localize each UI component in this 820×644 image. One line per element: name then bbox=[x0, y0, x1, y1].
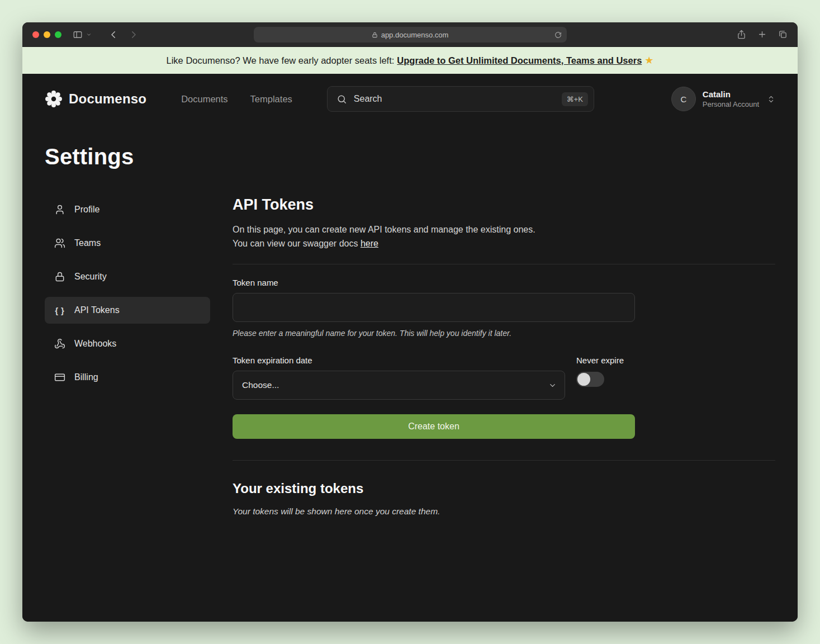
zoom-window-button[interactable] bbox=[55, 31, 61, 38]
token-name-hint: Please enter a meaningful name for your … bbox=[233, 329, 635, 338]
swagger-docs-link[interactable]: here bbox=[361, 239, 378, 248]
brand-name: Documenso bbox=[69, 91, 146, 107]
address-bar[interactable]: app.documenso.com bbox=[254, 27, 567, 42]
settings-layout: Profile Teams Security { } API Token bbox=[45, 196, 775, 517]
tabs-icon bbox=[778, 30, 788, 39]
tab-overview-button[interactable] bbox=[778, 30, 788, 39]
main-nav: Documents Templates bbox=[181, 94, 292, 105]
sidebar-icon bbox=[73, 30, 83, 40]
never-expire-toggle[interactable] bbox=[576, 372, 604, 387]
app-header: Documenso Documents Templates Search ⌘+K… bbox=[22, 74, 798, 112]
existing-tokens-heading: Your existing tokens bbox=[233, 481, 775, 496]
create-token-form: Token name Please enter a meaningful nam… bbox=[233, 278, 635, 439]
sidebar-item-security[interactable]: Security bbox=[45, 263, 210, 290]
sidebar-item-api-tokens[interactable]: { } API Tokens bbox=[45, 297, 210, 324]
browser-window: app.documenso.com Like Documenso? We hav… bbox=[22, 22, 798, 622]
share-icon bbox=[737, 30, 746, 39]
sidebar-item-webhooks[interactable]: Webhooks bbox=[45, 330, 210, 357]
token-name-input[interactable] bbox=[233, 293, 635, 322]
section-heading: API Tokens bbox=[233, 196, 775, 214]
toolbar-right-group bbox=[737, 30, 788, 39]
ssl-lock-icon bbox=[372, 32, 378, 38]
url-text: app.documenso.com bbox=[381, 31, 449, 39]
documenso-logo-icon bbox=[45, 90, 63, 108]
chevron-down-icon bbox=[548, 381, 557, 390]
never-expire-label: Never expire bbox=[576, 356, 635, 365]
reload-icon bbox=[554, 31, 562, 39]
search-placeholder: Search bbox=[354, 94, 562, 104]
minimize-window-button[interactable] bbox=[44, 31, 50, 38]
traffic-lights bbox=[32, 31, 61, 38]
chevron-down-icon bbox=[86, 32, 92, 37]
expiration-field: Token expiration date Choose... bbox=[233, 352, 565, 400]
star-icon: ★ bbox=[644, 54, 653, 67]
sidebar-item-label: Profile bbox=[74, 205, 99, 215]
sidebar-item-billing[interactable]: Billing bbox=[45, 364, 210, 391]
nav-documents[interactable]: Documents bbox=[181, 94, 227, 105]
credit-card-icon bbox=[54, 372, 66, 383]
back-button[interactable] bbox=[108, 30, 119, 40]
sidebar-item-label: Webhooks bbox=[74, 339, 116, 349]
users-icon bbox=[54, 238, 66, 249]
expiration-select-value: Choose... bbox=[242, 380, 279, 390]
expiration-row: Token expiration date Choose... Never ex… bbox=[233, 352, 635, 400]
account-labels: Catalin Personal Account bbox=[703, 89, 759, 109]
create-token-button[interactable]: Create token bbox=[233, 414, 635, 439]
existing-tokens-empty-note: Your tokens will be shown here once you … bbox=[233, 506, 775, 517]
webhook-icon bbox=[54, 338, 66, 349]
forward-arrow-icon bbox=[129, 30, 139, 40]
search-icon bbox=[336, 94, 347, 105]
nav-templates[interactable]: Templates bbox=[250, 94, 292, 105]
never-expire-field: Never expire bbox=[576, 352, 635, 400]
braces-icon: { } bbox=[54, 306, 66, 315]
sidebar-item-label: API Tokens bbox=[74, 305, 120, 315]
page-title: Settings bbox=[45, 144, 775, 169]
search-input[interactable]: Search ⌘+K bbox=[327, 86, 594, 112]
brand-logo[interactable]: Documenso bbox=[45, 90, 146, 108]
lock-icon bbox=[54, 271, 66, 282]
avatar: C bbox=[671, 87, 696, 111]
section-description-line1: On this page, you can create new API tok… bbox=[233, 222, 775, 236]
sidebar-item-profile[interactable]: Profile bbox=[45, 196, 210, 223]
promo-banner: Like Documenso? We have few early adopte… bbox=[22, 47, 798, 74]
section-description-line2: You can view our swagger docs here bbox=[233, 236, 775, 250]
toggle-knob bbox=[577, 373, 590, 386]
api-tokens-panel: API Tokens On this page, you can create … bbox=[233, 196, 775, 517]
divider bbox=[233, 460, 775, 461]
search-shortcut-badge: ⌘+K bbox=[562, 92, 588, 106]
user-icon bbox=[54, 204, 66, 215]
close-window-button[interactable] bbox=[32, 31, 39, 38]
reload-button[interactable] bbox=[554, 31, 562, 39]
upgrade-link[interactable]: Upgrade to Get Unlimited Documents, Team… bbox=[397, 55, 642, 66]
browser-toolbar: app.documenso.com bbox=[22, 22, 798, 47]
token-name-label: Token name bbox=[233, 278, 635, 287]
sidebar-menu-chevron[interactable] bbox=[86, 32, 92, 37]
account-menu[interactable]: C Catalin Personal Account bbox=[671, 87, 775, 111]
back-arrow-icon bbox=[108, 30, 119, 40]
sidebar-item-teams[interactable]: Teams bbox=[45, 230, 210, 257]
sidebar-item-label: Billing bbox=[74, 372, 98, 382]
divider bbox=[233, 264, 775, 264]
account-type: Personal Account bbox=[703, 100, 759, 109]
app-root: Documenso Documents Templates Search ⌘+K… bbox=[22, 74, 798, 622]
new-tab-button[interactable] bbox=[757, 30, 767, 39]
account-name: Catalin bbox=[703, 89, 759, 100]
sidebar-item-label: Teams bbox=[74, 238, 101, 248]
sidebar-toggle-button[interactable] bbox=[73, 30, 83, 40]
expiration-label: Token expiration date bbox=[233, 356, 565, 365]
chevrons-up-down-icon bbox=[767, 95, 775, 103]
expiration-select[interactable]: Choose... bbox=[233, 371, 565, 400]
share-button[interactable] bbox=[737, 30, 746, 39]
plus-icon bbox=[757, 30, 767, 39]
sidebar-item-label: Security bbox=[74, 272, 107, 282]
promo-text: Like Documenso? We have few early adopte… bbox=[167, 55, 395, 66]
forward-button[interactable] bbox=[129, 30, 139, 40]
settings-sidebar: Profile Teams Security { } API Token bbox=[45, 196, 210, 517]
